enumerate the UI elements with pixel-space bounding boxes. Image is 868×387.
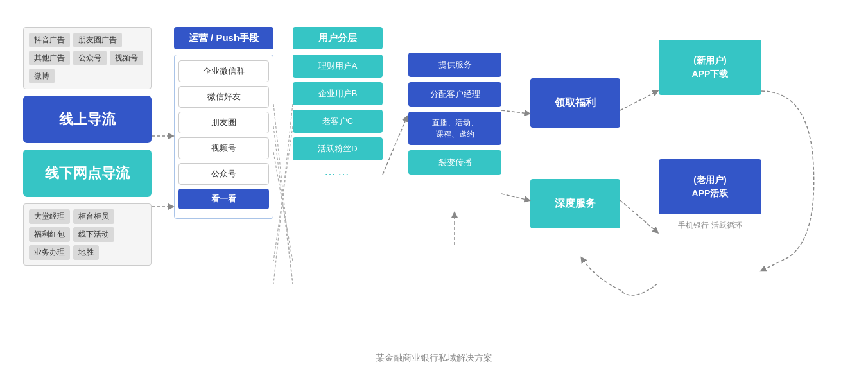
svg-line-6 [273, 152, 293, 261]
tag-gzh: 公众号 [73, 51, 107, 65]
tag-biz: 业务办理 [29, 245, 70, 260]
outcome-old-user: (老用户) APP活跃 [659, 159, 761, 214]
tag-welfare: 福利红包 [29, 227, 70, 242]
tag-other-ad: 其他广告 [29, 51, 70, 65]
col4-services: 提供服务 分配客户经理 直播、活动、课程、邀约 裂变传播 [408, 53, 501, 180]
svg-line-4 [273, 104, 293, 284]
outcome-new-user-line1: (新用户) [693, 55, 726, 65]
tag-offline-act: 线下活动 [73, 227, 114, 242]
offline-source-tags: 大堂经理 柜台柜员 福利红包 线下活动 业务办理 地胜 [23, 203, 152, 266]
op-video: 视频号 [178, 137, 269, 159]
col3-header: 用户分层 [293, 27, 383, 49]
tag-pyq-ad: 朋友圈广告 [73, 33, 122, 47]
tag-douyin: 抖音广告 [29, 33, 70, 47]
tag-teller: 柜台柜员 [73, 209, 114, 224]
svg-line-14 [620, 200, 657, 232]
seg-active-fans: 活跃粉丝D [293, 137, 383, 160]
svg-line-13 [620, 91, 657, 110]
svg-line-5 [273, 126, 293, 284]
seg-old-customer: 老客户C [293, 110, 383, 133]
col1-traffic-sources: 抖音广告 朋友圈广告 其他广告 公众号 视频号 微博 线上导流 线下网点导流 大… [23, 27, 152, 266]
outcome-new-user-line2: APP下载 [692, 69, 729, 79]
svc-assign-mgr: 分配客户经理 [408, 82, 501, 107]
op-pyq: 朋友圈 [178, 112, 269, 133]
outcome-new-user: (新用户) APP下载 [659, 40, 761, 95]
svg-line-7 [273, 104, 293, 284]
op-wechat-group: 企业微信群 [178, 60, 269, 82]
op-look: 看一看 [178, 189, 269, 209]
offline-traffic-box: 线下网点导流 [23, 150, 152, 197]
loop-label: 手机银行 活跃循环 [659, 219, 761, 231]
tag-hall-mgr: 大堂经理 [29, 209, 70, 224]
tag-location: 地胜 [73, 245, 99, 260]
col2-items-container: 企业微信群 微信好友 朋友圈 视频号 公众号 看一看 [174, 55, 273, 219]
col6-outcomes: (新用户) APP下载 (老用户) APP活跃 手机银行 活跃循环 [659, 40, 761, 231]
svg-line-8 [273, 126, 293, 261]
col2-operations: 运营 / Push手段 企业微信群 微信好友 朋友圈 视频号 公众号 看一看 [174, 27, 273, 219]
outcome-old-user-line1: (老用户) [693, 175, 726, 185]
seg-more: …… [293, 165, 383, 178]
online-source-tags: 抖音广告 朋友圈广告 其他广告 公众号 视频号 微博 [23, 27, 152, 89]
op-gzh: 公众号 [178, 163, 269, 185]
caption: 某金融商业银行私域解决方案 [376, 352, 492, 364]
svg-line-11 [501, 194, 529, 200]
svc-live: 直播、活动、课程、邀约 [408, 112, 501, 145]
col5-benefits: 领取福利 深度服务 [530, 78, 620, 228]
svg-line-9 [383, 117, 407, 175]
benefit-claim: 领取福利 [530, 78, 620, 128]
tag-weibo: 微博 [29, 69, 55, 83]
op-wechat-friend: 微信好友 [178, 86, 269, 108]
col2-header: 运营 / Push手段 [174, 27, 273, 49]
online-traffic-box: 线上导流 [23, 96, 152, 143]
benefit-deep: 深度服务 [530, 179, 620, 228]
outcome-old-user-line2: APP活跃 [692, 188, 729, 198]
svc-fission: 裂变传播 [408, 150, 501, 175]
col3-user-segments: 用户分层 理财用户A 企业用户B 老客户C 活跃粉丝D …… [293, 27, 383, 178]
seg-finance-user: 理财用户A [293, 55, 383, 78]
seg-enterprise-user: 企业用户B [293, 82, 383, 105]
tag-shipinhao: 视频号 [110, 51, 143, 65]
svc-provide: 提供服务 [408, 53, 501, 77]
svg-line-10 [501, 110, 529, 114]
